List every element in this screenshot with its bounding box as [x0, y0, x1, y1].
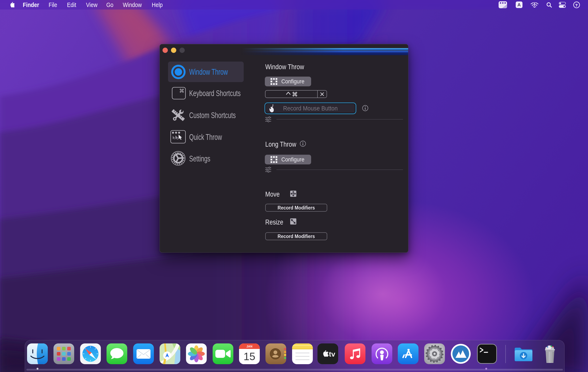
svg-text:15: 15: [243, 351, 255, 362]
svg-text:A: A: [517, 2, 521, 7]
svg-text:tv: tv: [329, 350, 335, 358]
svg-text:JAN: JAN: [246, 345, 252, 348]
